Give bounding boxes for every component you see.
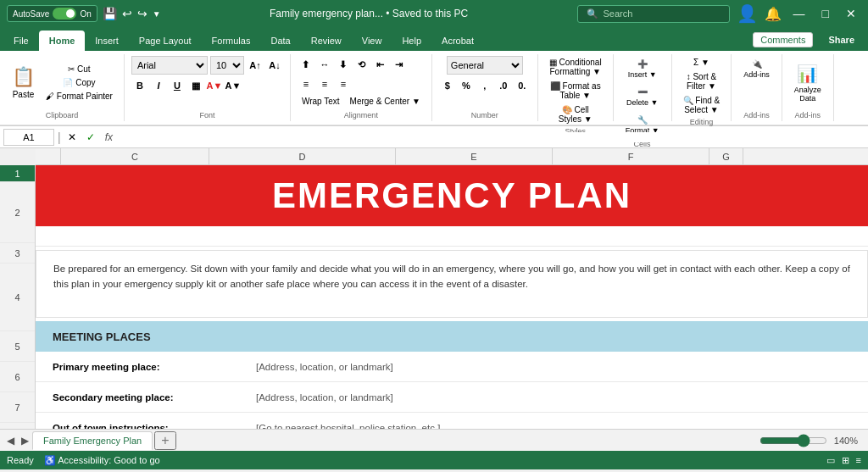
autosum-button[interactable]: Σ ▼ [689, 56, 714, 69]
primary-label: Primary meeting place: [53, 362, 256, 372]
col-header-b[interactable] [36, 148, 61, 164]
tab-acrobat[interactable]: Acrobat [431, 31, 484, 51]
delete-button[interactable]: ➖ Delete ▼ [621, 84, 663, 110]
increase-font-btn[interactable]: A↑ [247, 57, 264, 74]
font-color-button[interactable]: A▼ [225, 77, 242, 94]
copy-button[interactable]: 📄 Copy [42, 76, 117, 89]
wrap-text-button[interactable]: Wrap Text [298, 95, 344, 108]
out-of-town-value[interactable]: [Go to nearest hospital, police station,… [256, 423, 440, 430]
addins-icon: 🔌 [752, 59, 762, 69]
page-break-view-btn[interactable]: ≡ [856, 455, 861, 465]
row-num-7[interactable]: 7 [0, 392, 35, 423]
autosave-toggle[interactable] [53, 8, 76, 19]
paste-button[interactable]: 📋 Paste [7, 63, 40, 103]
tab-page-layout[interactable]: Page Layout [129, 31, 202, 51]
indent-increase-btn[interactable]: ⇥ [391, 56, 408, 73]
tab-file[interactable]: File [3, 31, 39, 51]
user-avatar[interactable]: 👤 [737, 3, 758, 24]
primary-value[interactable]: [Address, location, or landmark] [256, 362, 393, 372]
intro-section: Be prepared for an emergency. Sit down w… [36, 250, 868, 318]
analyze-data-button[interactable]: 📊 AnalyzeData [789, 60, 826, 106]
tab-insert[interactable]: Insert [85, 31, 129, 51]
bold-button[interactable]: B [131, 77, 148, 94]
align-right-btn[interactable]: ≡ [335, 75, 352, 92]
save-icon[interactable]: 💾 [103, 7, 117, 20]
font-family-select[interactable]: Arial [131, 56, 208, 75]
border-button[interactable]: ▦ [187, 77, 204, 94]
align-center-btn[interactable]: ≡ [316, 75, 333, 92]
analyze-group: 📊 AnalyzeData Add-ins [782, 54, 834, 121]
find-select-button[interactable]: 🔍 Find &Select ▼ [679, 94, 725, 116]
dropdown-icon[interactable]: ▼ [153, 9, 161, 19]
cell-styles-button[interactable]: 🎨 CellStyles ▼ [554, 103, 597, 125]
row-num-5[interactable]: 5 [0, 331, 35, 362]
row-num-3[interactable]: 3 [0, 243, 35, 264]
normal-view-btn[interactable]: ▭ [826, 455, 835, 466]
number-format-select[interactable]: General [447, 56, 523, 75]
prev-sheet-btn[interactable]: ◀ [3, 435, 18, 447]
row-num-4[interactable]: 4 [0, 264, 35, 331]
status-bar: Ready ♿ Accessibility: Good to go ▭ ⊞ ≡ [0, 451, 868, 469]
cancel-formula-btn[interactable]: ✕ [64, 131, 80, 143]
align-top-btn[interactable]: ⬆ [298, 56, 314, 73]
row-num-6[interactable]: 6 [0, 362, 35, 392]
secondary-value[interactable]: [Address, location, or landmark] [256, 392, 393, 403]
fill-color-button[interactable]: A▼ [206, 77, 223, 94]
page-layout-view-btn[interactable]: ⊞ [842, 455, 849, 466]
text-direction-btn[interactable]: ⟲ [353, 56, 370, 73]
search-box[interactable]: 🔍 Search [577, 5, 730, 23]
tab-view[interactable]: View [352, 31, 392, 51]
minimize-btn[interactable]: — [788, 7, 810, 20]
cut-button[interactable]: ✂ Cut [42, 63, 117, 75]
share-button[interactable]: Share [818, 32, 865, 47]
zoom-slider[interactable] [760, 434, 827, 447]
add-ins-button[interactable]: 🔌 Add-ins [738, 56, 775, 82]
autosave-badge[interactable]: AutoSave On [7, 5, 97, 22]
align-left-btn[interactable]: ≡ [298, 75, 314, 92]
redo-icon[interactable]: ↪ [137, 7, 147, 20]
col-header-e[interactable]: E [396, 148, 553, 164]
align-bottom-btn[interactable]: ⬇ [335, 56, 352, 73]
confirm-formula-btn[interactable]: ✓ [83, 131, 98, 143]
row-num-2[interactable]: 2 [0, 182, 35, 243]
tab-home[interactable]: Home [39, 31, 86, 51]
sheet-tab-family-emergency-plan[interactable]: Family Emergency Plan [32, 431, 153, 450]
sort-filter-button[interactable]: ↕ Sort &Filter ▼ [682, 70, 721, 92]
bell-icon[interactable]: 🔔 [765, 6, 782, 22]
col-header-g[interactable]: G [709, 148, 743, 164]
comments-button[interactable]: Comments [753, 32, 813, 47]
ready-status: Ready [7, 455, 34, 465]
decrease-font-btn[interactable]: A↓ [266, 57, 283, 74]
decrease-decimal-btn[interactable]: .0 [495, 77, 512, 94]
conditional-formatting-button[interactable]: ▦ ConditionalFormatting ▼ [545, 56, 606, 78]
tab-help[interactable]: Help [392, 31, 431, 51]
comma-btn[interactable]: , [476, 77, 493, 94]
undo-icon[interactable]: ↩ [122, 7, 132, 20]
underline-button[interactable]: U [169, 77, 186, 94]
row-num-1[interactable]: 1 [0, 165, 35, 182]
col-header-d[interactable]: D [209, 148, 396, 164]
percent-btn[interactable]: % [458, 77, 475, 94]
tab-review[interactable]: Review [301, 31, 352, 51]
tab-data[interactable]: Data [260, 31, 300, 51]
format-table-button[interactable]: ⬛ Format asTable ▼ [546, 80, 605, 102]
col-header-f[interactable]: F [553, 148, 709, 164]
name-box[interactable]: A1 [3, 129, 54, 146]
font-size-select[interactable]: 10 [210, 56, 244, 75]
close-btn[interactable]: ✕ [841, 7, 861, 20]
formula-input[interactable] [120, 132, 865, 142]
format-painter-button[interactable]: 🖌 Format Painter [42, 90, 117, 103]
italic-button[interactable]: I [150, 77, 167, 94]
increase-decimal-btn[interactable]: 0. [514, 77, 531, 94]
add-sheet-button[interactable]: + [154, 431, 175, 450]
merge-center-button[interactable]: Merge & Center ▼ [346, 95, 425, 108]
tab-formulas[interactable]: Formulas [202, 31, 261, 51]
formula-divider: | [58, 130, 61, 144]
align-middle-btn[interactable]: ↔ [316, 56, 333, 73]
indent-decrease-btn[interactable]: ⇤ [372, 56, 389, 73]
maximize-btn[interactable]: □ [817, 7, 834, 20]
next-sheet-btn[interactable]: ▶ [18, 435, 32, 447]
insert-button[interactable]: ➕ Insert ▼ [623, 56, 662, 82]
currency-btn[interactable]: $ [439, 77, 456, 94]
col-header-c[interactable]: C [61, 148, 209, 164]
